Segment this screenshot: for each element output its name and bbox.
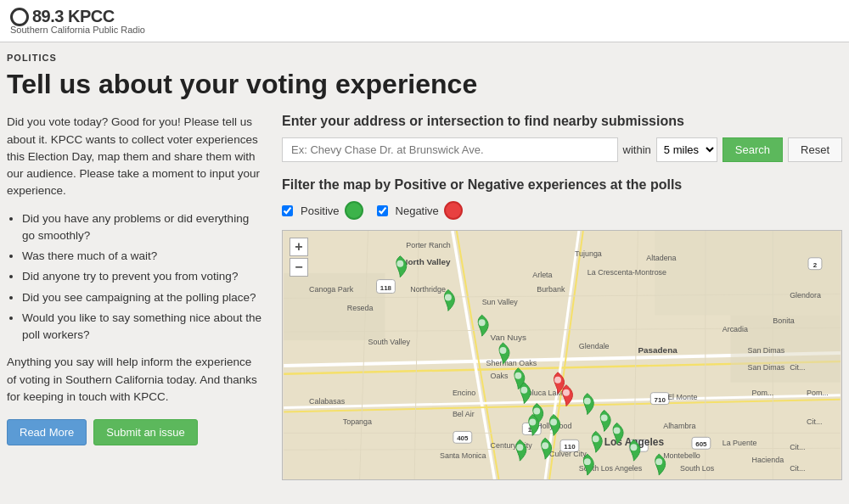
svg-point-86	[514, 372, 521, 379]
within-label: within	[623, 143, 651, 156]
search-button[interactable]: Search	[722, 137, 783, 162]
svg-text:Bel Air: Bel Air	[453, 410, 475, 418]
svg-text:Pom...: Pom...	[751, 389, 773, 397]
svg-point-87	[520, 387, 527, 394]
address-search-input[interactable]	[282, 137, 618, 162]
svg-text:Alhambra: Alhambra	[663, 423, 695, 431]
filter-negative-checkbox[interactable]	[377, 205, 388, 216]
address-section-title: Enter your address or intersection to fi…	[282, 114, 842, 129]
questions-list: Did you have any problems or did everyth…	[22, 210, 261, 344]
svg-text:Cit...: Cit...	[790, 363, 805, 372]
svg-point-97	[542, 443, 548, 450]
filter-positive[interactable]: Positive	[282, 201, 363, 220]
svg-text:San Dimas: San Dimas	[748, 346, 785, 355]
svg-point-89	[529, 419, 536, 426]
svg-text:Calabasas: Calabasas	[309, 397, 346, 406]
question-5: Would you like to say something nice abo…	[22, 310, 261, 344]
reset-button[interactable]: Reset	[788, 137, 842, 162]
map-zoom-controls: + −	[290, 238, 308, 278]
svg-text:Canoga Park: Canoga Park	[309, 285, 354, 294]
svg-text:Altadena: Altadena	[646, 254, 676, 262]
svg-text:Pom...: Pom...	[807, 389, 829, 397]
svg-point-84	[479, 320, 486, 327]
svg-text:Arleta: Arleta	[532, 271, 552, 279]
filter-section-title: Filter the map by Positive or Negative e…	[282, 177, 842, 193]
question-3: Did anyone try to prevent you from votin…	[22, 268, 261, 285]
right-panel: Enter your address or intersection to fi…	[282, 114, 842, 480]
svg-text:710: 710	[655, 396, 666, 404]
svg-text:Reseda: Reseda	[347, 305, 374, 313]
svg-text:605: 605	[695, 441, 707, 449]
svg-text:Encino: Encino	[453, 389, 475, 397]
logo-text: 89.3 89.3 KPCCKPCC	[32, 7, 115, 26]
svg-text:Santa Monica: Santa Monica	[440, 452, 486, 461]
svg-point-96	[516, 445, 523, 451]
search-row: within 5 miles Search Reset	[282, 137, 842, 162]
svg-text:Hacienda: Hacienda	[751, 456, 784, 465]
svg-point-98	[593, 436, 599, 443]
svg-point-90	[554, 377, 561, 384]
site-tagline: Southern California Public Radio	[10, 25, 145, 35]
filter-row: Positive Negative	[282, 201, 842, 220]
submit-issue-button[interactable]: Submit an issue	[93, 419, 198, 445]
content-area: Did you vote today? Good for you! Please…	[7, 114, 842, 480]
svg-point-83	[445, 294, 452, 301]
svg-text:Glendora: Glendora	[790, 292, 821, 300]
svg-text:Bonita: Bonita	[773, 317, 794, 326]
negative-dot-icon	[444, 201, 463, 220]
svg-text:Arcadia: Arcadia	[722, 326, 748, 334]
svg-text:San Dimas: San Dimas	[748, 363, 785, 372]
map-background: 118 2 405 110 10 5	[283, 231, 841, 479]
svg-text:South Valley: South Valley	[368, 338, 411, 346]
svg-text:118: 118	[380, 284, 392, 292]
filter-negative-label: Negative	[396, 204, 439, 217]
site-header: 89.3 89.3 KPCCKPCC Southern California P…	[0, 0, 849, 42]
page-title: Tell us about your voting experience	[7, 68, 842, 100]
svg-text:2: 2	[813, 261, 818, 269]
zoom-out-button[interactable]: −	[290, 258, 308, 277]
svg-text:Cit...: Cit...	[807, 418, 822, 427]
svg-point-95	[614, 428, 621, 434]
svg-text:Sherman Oaks: Sherman Oaks	[486, 359, 537, 367]
filter-positive-checkbox[interactable]	[282, 205, 293, 216]
svg-text:Cit...: Cit...	[790, 464, 805, 473]
filter-negative[interactable]: Negative	[377, 201, 463, 220]
svg-text:North Valley: North Valley	[402, 257, 451, 266]
svg-text:Topanga: Topanga	[343, 418, 372, 427]
svg-text:Van Nuys: Van Nuys	[491, 333, 526, 343]
svg-text:Oaks: Oaks	[491, 372, 509, 380]
svg-text:La Crescenta-Montrose: La Crescenta-Montrose	[588, 268, 666, 277]
svg-point-92	[550, 419, 557, 426]
svg-text:Cit...: Cit...	[790, 444, 805, 452]
svg-text:Porter Ranch: Porter Ranch	[406, 241, 451, 249]
svg-text:Sun Valley: Sun Valley	[482, 299, 519, 307]
svg-text:Pasadena: Pasadena	[638, 345, 678, 355]
outro-text: Anything you say will help inform the ex…	[7, 354, 261, 406]
svg-text:Montebello: Montebello	[663, 452, 700, 461]
svg-point-100	[584, 459, 591, 466]
intro-text: Did you vote today? Good for you! Please…	[7, 114, 261, 199]
svg-text:Tujunga: Tujunga	[575, 249, 602, 258]
read-more-button[interactable]: Read More	[7, 419, 87, 445]
svg-point-88	[533, 408, 540, 415]
svg-text:Glendale: Glendale	[579, 342, 610, 350]
logo-circle-icon	[10, 8, 29, 26]
svg-text:El Monte: El Monte	[667, 393, 697, 401]
main-content: POLITICS Tell us about your voting exper…	[0, 42, 849, 490]
svg-text:South Los: South Los	[680, 464, 715, 473]
filter-positive-label: Positive	[301, 204, 340, 217]
category-label: POLITICS	[7, 53, 842, 63]
svg-text:La Puente: La Puente	[722, 440, 757, 448]
action-buttons: Read More Submit an issue	[7, 419, 261, 445]
miles-select[interactable]: 5 miles	[656, 137, 717, 162]
question-4: Did you see campaigning at the polling p…	[22, 289, 261, 306]
left-panel: Did you vote today? Good for you! Please…	[7, 114, 261, 480]
map-container[interactable]: 118 2 405 110 10 5	[282, 230, 842, 480]
question-2: Was there much of a wait?	[22, 248, 261, 265]
positive-dot-icon	[345, 201, 363, 220]
svg-point-82	[396, 260, 403, 267]
svg-point-91	[563, 389, 570, 396]
zoom-in-button[interactable]: +	[290, 238, 308, 256]
svg-point-94	[601, 415, 608, 422]
svg-rect-19	[655, 231, 841, 315]
